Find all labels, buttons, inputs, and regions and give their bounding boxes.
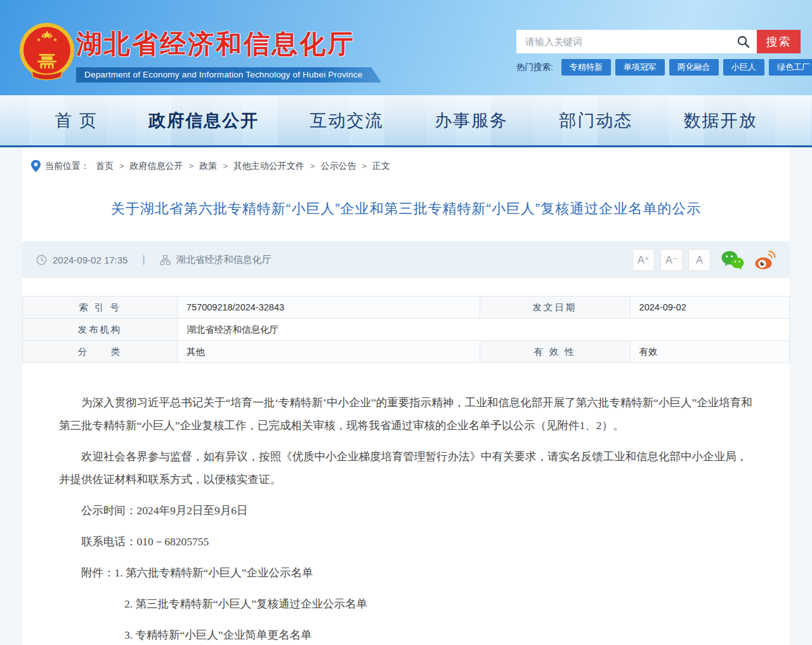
issue-date-value: 2024-09-02 (630, 296, 789, 319)
validity-value: 有效 (630, 341, 789, 363)
clock-icon (36, 255, 47, 265)
source-org-icon (160, 255, 171, 265)
attachment-item-1[interactable]: 附件：1. 第六批专精特新“小巨人”企业公示名单 (59, 561, 753, 584)
publisher-value: 湖北省经济和信息化厅 (178, 319, 790, 341)
table-row: 分 类 其他 有 效 性 有效 (23, 341, 790, 363)
breadcrumb-separator: > (310, 161, 315, 171)
site-title: 湖北省经济和信息化厅 (76, 27, 381, 62)
breadcrumb-label: 当前位置： (45, 161, 89, 172)
search-input[interactable] (516, 30, 757, 53)
breadcrumb-separator: > (362, 161, 367, 171)
hot-search-label: 热门搜索: (516, 62, 553, 73)
publisher-label: 发布机构 (23, 319, 178, 341)
site-subtitle: Department of Economy and Information Te… (76, 67, 381, 83)
content-card: 当前位置： 首页 > 政府信息公开 > 政策 > 其他主动公开文件 > 公示公告… (22, 147, 790, 645)
brand-block: 湖北省经济和信息化厅 Department of Economy and Inf… (76, 27, 381, 83)
category-label: 分 类 (23, 341, 178, 363)
weibo-share-icon[interactable] (754, 250, 776, 270)
table-row: 索 引 号 757009218/2024-32843 发文日期 2024-09-… (23, 296, 790, 319)
breadcrumb-item-gov-info[interactable]: 政府信息公开 (130, 161, 183, 172)
publish-datetime: 2024-09-02 17:35 (53, 255, 128, 265)
nav-item-interaction[interactable]: 互动交流 (310, 109, 384, 132)
article-body: 为深入贯彻习近平总书记关于“培育一批‘专精特新’中小企业”的重要指示精神，工业和… (59, 391, 753, 645)
font-size-decrease-button[interactable]: A⁻ (660, 249, 683, 271)
site-header: 湖北省经济和信息化厅 Department of Economy and Inf… (0, 0, 812, 95)
index-number-label: 索 引 号 (23, 296, 178, 319)
breadcrumb-separator: > (119, 161, 124, 171)
hot-tag-zhuanjingtexin[interactable]: 专精特新 (561, 59, 611, 76)
validity-label: 有 效 性 (480, 341, 630, 363)
hot-search-row: 热门搜索: 专精特新 单项冠军 两化融合 小巨人 绿色工厂 (516, 59, 801, 76)
paragraph-2: 欢迎社会各界参与监督，如有异议，按照《优质中小企业梯度培育管理暂行办法》中有关要… (59, 445, 753, 491)
article-meta-bar: 2024-09-02 17:35 | 湖北省经济和信息化厅 A⁺ A⁻ A (22, 241, 790, 278)
wechat-share-icon[interactable] (721, 250, 744, 270)
breadcrumb-item-policy[interactable]: 政策 (199, 161, 217, 172)
table-row: 发布机构 湖北省经济和信息化厅 (23, 319, 790, 341)
font-size-reset-button[interactable]: A (688, 249, 710, 271)
attachment-item-2[interactable]: 2. 第三批专精特新“小巨人”复核通过企业公示名单 (59, 592, 753, 615)
hot-tag-danxiangguanjun[interactable]: 单项冠军 (615, 59, 665, 76)
issue-date-label: 发文日期 (480, 296, 630, 319)
breadcrumb-separator: > (189, 161, 194, 171)
nav-item-gov-info[interactable]: 政府信息公开 (148, 109, 259, 132)
contact-phone-line: 联系电话：010－68205755 (59, 530, 753, 553)
breadcrumb-item-home[interactable]: 首页 (96, 161, 114, 172)
search-zone: 搜索 热门搜索: 专精特新 单项冠军 两化融合 小巨人 绿色工厂 (516, 30, 801, 76)
meta-divider: | (142, 254, 145, 265)
nav-item-home[interactable]: 首 页 (55, 109, 98, 132)
publicity-period-line: 公示时间：2024年9月2日至9月6日 (59, 499, 753, 522)
hot-tag-lvsegongchang[interactable]: 绿色工厂 (769, 59, 812, 76)
font-size-increase-button[interactable]: A⁺ (632, 249, 655, 271)
nav-item-department-news[interactable]: 部门动态 (559, 109, 632, 132)
document-info-table: 索 引 号 757009218/2024-32843 发文日期 2024-09-… (22, 296, 790, 363)
breadcrumb-item-other-open-docs[interactable]: 其他主动公开文件 (233, 161, 304, 172)
index-number-value: 757009218/2024-32843 (178, 296, 480, 319)
hot-tag-xiaojuren[interactable]: 小巨人 (723, 59, 764, 76)
attachment-item-3[interactable]: 3. 专精特新“小巨人”企业简单更名名单 (59, 623, 753, 645)
search-button[interactable]: 搜索 (757, 30, 801, 53)
location-pin-icon (31, 160, 41, 172)
main-nav: 首 页 政府信息公开 互动交流 办事服务 部门动态 数据开放 (0, 95, 812, 147)
national-emblem-logo (16, 22, 77, 84)
nav-item-services[interactable]: 办事服务 (435, 109, 508, 132)
breadcrumb-item-current: 正文 (372, 161, 390, 172)
hot-tag-lianghuaronghe[interactable]: 两化融合 (669, 59, 719, 76)
search-icon[interactable] (736, 34, 750, 49)
paragraph-1: 为深入贯彻习近平总书记关于“培育一批‘专精特新’中小企业”的重要指示精神，工业和… (59, 391, 753, 437)
source-org: 湖北省经济和信息化厅 (176, 254, 272, 266)
breadcrumb-item-announcements[interactable]: 公示公告 (320, 161, 356, 172)
breadcrumb-separator: > (223, 161, 228, 171)
nav-item-open-data[interactable]: 数据开放 (684, 109, 757, 132)
page-title: 关于湖北省第六批专精特新“小巨人”企业和第三批专精特新“小巨人”复核通过企业名单… (60, 199, 752, 218)
breadcrumb: 当前位置： 首页 > 政府信息公开 > 政策 > 其他主动公开文件 > 公示公告… (22, 147, 790, 182)
category-value: 其他 (178, 341, 480, 363)
